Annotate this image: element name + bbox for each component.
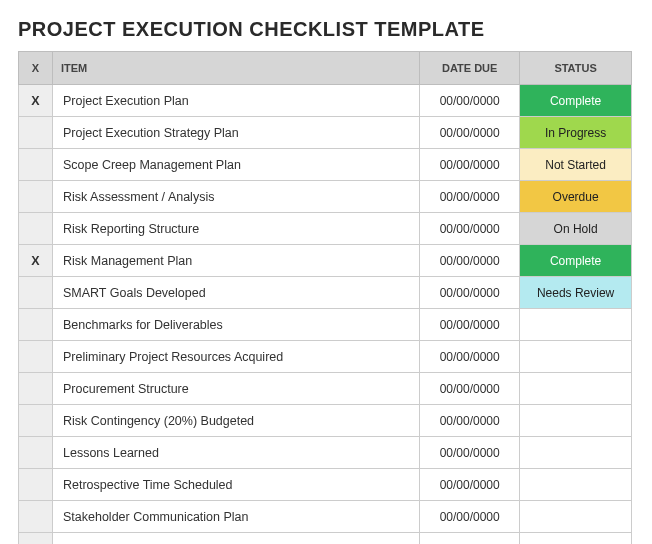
table-row: Procurement Structure00/00/0000 (19, 373, 632, 405)
date-cell[interactable]: 00/00/0000 (420, 213, 520, 245)
status-badge: Complete (520, 245, 631, 276)
header-row: X ITEM DATE DUE STATUS (19, 52, 632, 85)
status-badge (520, 309, 631, 340)
status-cell[interactable] (520, 341, 632, 373)
check-cell[interactable] (19, 309, 53, 341)
item-cell: Lessons Learned (52, 437, 419, 469)
status-badge (520, 437, 631, 468)
table-row: Team Communication Plan & Schedule00/00/… (19, 533, 632, 545)
status-badge (520, 501, 631, 532)
item-cell: Risk Reporting Structure (52, 213, 419, 245)
table-row: XRisk Management Plan00/00/0000Complete (19, 245, 632, 277)
table-row: Preliminary Project Resources Acquired00… (19, 341, 632, 373)
status-badge (520, 533, 631, 544)
status-badge: Overdue (520, 181, 631, 212)
table-row: Stakeholder Communication Plan00/00/0000 (19, 501, 632, 533)
date-cell[interactable]: 00/00/0000 (420, 501, 520, 533)
status-cell[interactable] (520, 469, 632, 501)
checklist-table: X ITEM DATE DUE STATUS XProject Executio… (18, 51, 632, 544)
date-cell[interactable]: 00/00/0000 (420, 437, 520, 469)
date-cell[interactable]: 00/00/0000 (420, 245, 520, 277)
date-cell[interactable]: 00/00/0000 (420, 309, 520, 341)
page-title: PROJECT EXECUTION CHECKLIST TEMPLATE (18, 18, 634, 41)
status-cell[interactable] (520, 309, 632, 341)
table-row: SMART Goals Developed00/00/0000Needs Rev… (19, 277, 632, 309)
status-badge: Needs Review (520, 277, 631, 308)
check-cell[interactable] (19, 501, 53, 533)
status-cell[interactable] (520, 501, 632, 533)
table-row: Risk Assessment / Analysis00/00/0000Over… (19, 181, 632, 213)
date-cell[interactable]: 00/00/0000 (420, 277, 520, 309)
check-cell[interactable] (19, 341, 53, 373)
table-row: XProject Execution Plan00/00/0000Complet… (19, 85, 632, 117)
item-cell: Risk Management Plan (52, 245, 419, 277)
check-cell[interactable]: X (19, 85, 53, 117)
check-cell[interactable] (19, 181, 53, 213)
status-cell[interactable] (520, 533, 632, 545)
check-cell[interactable] (19, 469, 53, 501)
status-cell[interactable]: Not Started (520, 149, 632, 181)
status-cell[interactable]: On Hold (520, 213, 632, 245)
table-row: Project Execution Strategy Plan00/00/000… (19, 117, 632, 149)
date-cell[interactable]: 00/00/0000 (420, 149, 520, 181)
item-cell: Project Execution Plan (52, 85, 419, 117)
check-cell[interactable] (19, 149, 53, 181)
date-cell[interactable]: 00/00/0000 (420, 85, 520, 117)
table-row: Risk Contingency (20%) Budgeted00/00/000… (19, 405, 632, 437)
table-row: Scope Creep Management Plan00/00/0000Not… (19, 149, 632, 181)
check-cell[interactable] (19, 277, 53, 309)
item-cell: Stakeholder Communication Plan (52, 501, 419, 533)
status-badge: Complete (520, 85, 631, 116)
check-cell[interactable] (19, 373, 53, 405)
status-cell[interactable]: Needs Review (520, 277, 632, 309)
status-cell[interactable] (520, 405, 632, 437)
status-cell[interactable]: Complete (520, 245, 632, 277)
item-cell: Retrospective Time Scheduled (52, 469, 419, 501)
date-cell[interactable]: 00/00/0000 (420, 117, 520, 149)
date-cell[interactable]: 00/00/0000 (420, 405, 520, 437)
status-badge (520, 373, 631, 404)
status-badge: In Progress (520, 117, 631, 148)
status-cell[interactable] (520, 437, 632, 469)
check-cell[interactable] (19, 437, 53, 469)
date-cell[interactable]: 00/00/0000 (420, 373, 520, 405)
date-cell[interactable]: 00/00/0000 (420, 469, 520, 501)
table-row: Lessons Learned00/00/0000 (19, 437, 632, 469)
status-badge (520, 405, 631, 436)
status-badge: On Hold (520, 213, 631, 244)
status-cell[interactable] (520, 373, 632, 405)
check-cell[interactable] (19, 117, 53, 149)
status-cell[interactable]: Complete (520, 85, 632, 117)
status-badge: Not Started (520, 149, 631, 180)
table-row: Risk Reporting Structure00/00/0000On Hol… (19, 213, 632, 245)
check-cell[interactable]: X (19, 245, 53, 277)
table-row: Benchmarks for Deliverables00/00/0000 (19, 309, 632, 341)
date-cell[interactable]: 00/00/0000 (420, 181, 520, 213)
status-badge (520, 341, 631, 372)
item-cell: Risk Assessment / Analysis (52, 181, 419, 213)
header-x: X (19, 52, 53, 85)
header-item: ITEM (52, 52, 419, 85)
item-cell: Benchmarks for Deliverables (52, 309, 419, 341)
header-status: STATUS (520, 52, 632, 85)
status-badge (520, 469, 631, 500)
check-cell[interactable] (19, 213, 53, 245)
check-cell[interactable] (19, 405, 53, 437)
date-cell[interactable]: 00/00/0000 (420, 533, 520, 545)
item-cell: Project Execution Strategy Plan (52, 117, 419, 149)
date-cell[interactable]: 00/00/0000 (420, 341, 520, 373)
item-cell: SMART Goals Developed (52, 277, 419, 309)
item-cell: Risk Contingency (20%) Budgeted (52, 405, 419, 437)
header-date: DATE DUE (420, 52, 520, 85)
check-cell[interactable] (19, 533, 53, 545)
item-cell: Preliminary Project Resources Acquired (52, 341, 419, 373)
item-cell: Team Communication Plan & Schedule (52, 533, 419, 545)
item-cell: Procurement Structure (52, 373, 419, 405)
table-row: Retrospective Time Scheduled00/00/0000 (19, 469, 632, 501)
status-cell[interactable]: In Progress (520, 117, 632, 149)
status-cell[interactable]: Overdue (520, 181, 632, 213)
item-cell: Scope Creep Management Plan (52, 149, 419, 181)
